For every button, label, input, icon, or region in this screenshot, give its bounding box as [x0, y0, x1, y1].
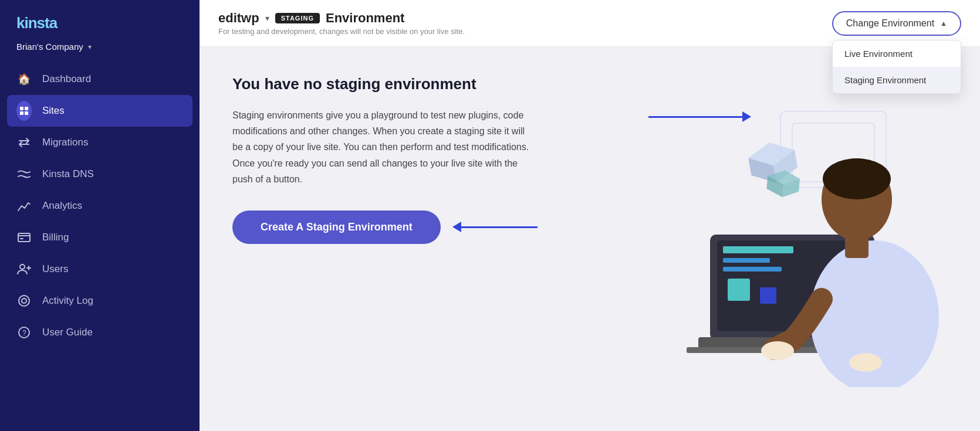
staging-description: Staging environments give you a playgrou… [232, 107, 538, 187]
sidebar-item-label: Activity Log [42, 295, 93, 307]
sidebar-item-label: Analytics [42, 200, 82, 212]
live-env-label: Live Environment [844, 49, 913, 59]
sidebar-item-label: Kinsta DNS [42, 168, 94, 180]
svg-point-7 [20, 264, 25, 269]
billing-icon [16, 230, 32, 245]
svg-rect-3 [25, 111, 28, 115]
logo-text: kinsta [16, 14, 57, 32]
sidebar-item-label: Sites [42, 105, 65, 117]
sidebar-item-sites[interactable]: Sites [7, 95, 192, 127]
no-staging-title: You have no staging environment [232, 75, 584, 93]
sidebar-item-users[interactable]: Users [0, 253, 200, 285]
sidebar: kinsta Brian's Company ▾ 🏠 Dashboard [0, 0, 200, 431]
svg-rect-18 [723, 246, 793, 253]
dropdown-item-live[interactable]: Live Environment [833, 40, 961, 67]
svg-rect-4 [18, 233, 30, 242]
svg-text:?: ? [22, 329, 26, 337]
environment-dropdown: Live Environment Staging Environment [832, 40, 961, 94]
svg-rect-1 [25, 107, 28, 110]
sidebar-item-billing[interactable]: Billing [0, 222, 200, 253]
company-chevron-icon: ▾ [88, 43, 92, 51]
main-content: editwp ▾ STAGING Environment For testing… [200, 0, 980, 431]
sidebar-item-user-guide[interactable]: ? User Guide [0, 317, 200, 348]
svg-rect-19 [723, 258, 770, 263]
arrow-left-line [461, 226, 538, 228]
sidebar-nav: 🏠 Dashboard Sites [0, 63, 200, 348]
sidebar-item-migrations[interactable]: Migrations [0, 127, 200, 158]
svg-rect-21 [728, 279, 750, 301]
staging-env-label: Staging Environment [844, 75, 926, 85]
company-selector[interactable]: Brian's Company ▾ [0, 38, 200, 63]
dropdown-item-staging[interactable]: Staging Environment [833, 67, 961, 93]
svg-rect-22 [760, 287, 776, 304]
arrow-left-annotation [452, 222, 538, 232]
migrations-icon [16, 135, 32, 150]
change-environment-button[interactable]: Change Environment ▲ [832, 11, 961, 36]
user-guide-icon: ? [16, 325, 32, 340]
sidebar-item-label: Dashboard [42, 73, 91, 85]
svg-rect-27 [845, 235, 869, 258]
svg-point-29 [761, 341, 794, 360]
activity-log-icon [16, 293, 32, 308]
svg-point-11 [22, 298, 26, 303]
svg-rect-20 [723, 267, 782, 272]
create-staging-button[interactable]: Create A Staging Environment [232, 211, 441, 244]
logo-area: kinsta [0, 0, 200, 38]
sidebar-item-activity-log[interactable]: Activity Log [0, 285, 200, 317]
site-chevron-icon[interactable]: ▾ [265, 13, 269, 23]
sidebar-item-label: Migrations [42, 137, 88, 148]
sidebar-item-kinsta-dns[interactable]: Kinsta DNS [0, 158, 200, 190]
sidebar-item-label: Billing [42, 232, 69, 243]
kinsta-dns-icon [16, 167, 32, 182]
chevron-up-icon: ▲ [940, 19, 947, 28]
dashboard-icon: 🏠 [16, 72, 32, 87]
change-env-label: Change Environment [846, 18, 934, 29]
content-left-panel: You have no staging environment Staging … [232, 75, 584, 244]
analytics-icon [16, 198, 32, 213]
svg-point-10 [19, 296, 29, 306]
users-icon [16, 262, 32, 277]
sidebar-item-label: User Guide [42, 327, 93, 338]
svg-point-28 [823, 158, 891, 199]
header-title-group: editwp ▾ STAGING Environment For testing… [218, 11, 465, 36]
sidebar-item-label: Users [42, 263, 68, 275]
company-name: Brian's Company [16, 42, 83, 52]
site-name: editwp [218, 11, 259, 26]
header-badge-row: editwp ▾ STAGING Environment [218, 11, 465, 26]
svg-point-30 [849, 353, 882, 372]
svg-rect-2 [20, 111, 23, 115]
env-label: Environment [326, 11, 404, 26]
logo: kinsta [16, 14, 183, 32]
active-indicator [16, 101, 32, 121]
header-subtitle: For testing and development, changes wil… [218, 27, 465, 36]
sites-icon [16, 103, 32, 118]
sidebar-item-analytics[interactable]: Analytics [0, 190, 200, 222]
content-area: You have no staging environment Staging … [200, 47, 980, 431]
create-btn-label: Create A Staging Environment [261, 221, 413, 233]
staging-illustration [663, 94, 968, 389]
arrow-left-head [452, 222, 461, 232]
staging-badge: STAGING [275, 13, 320, 23]
header-left: editwp ▾ STAGING Environment For testing… [218, 11, 465, 36]
sidebar-item-dashboard[interactable]: 🏠 Dashboard [0, 63, 200, 95]
page-header: editwp ▾ STAGING Environment For testing… [200, 0, 980, 47]
svg-rect-0 [20, 107, 23, 110]
